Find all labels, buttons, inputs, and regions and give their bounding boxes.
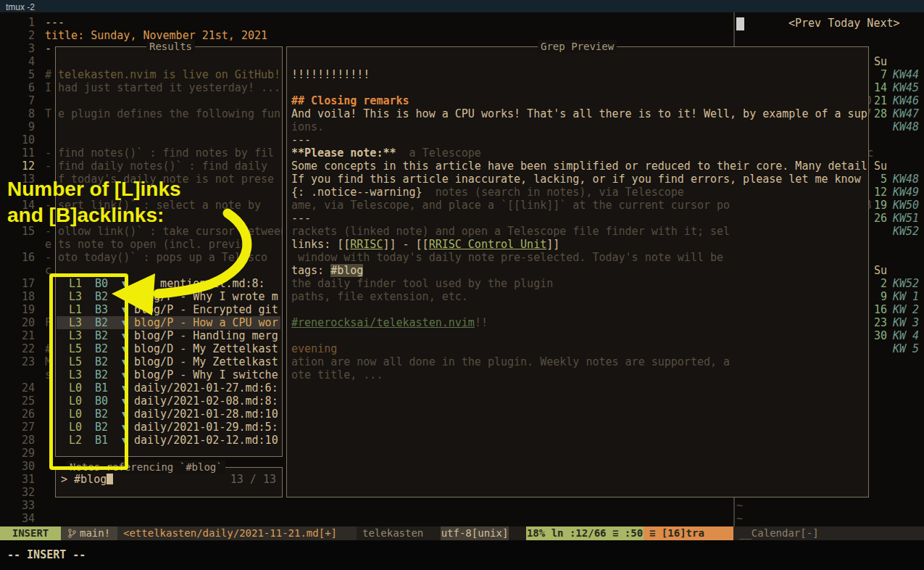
tmux-title-bar: tmux -2 xyxy=(0,0,924,12)
line-number: 28 xyxy=(10,434,35,447)
line-number: 27 xyxy=(10,421,35,434)
results-dim-line: telekasten.nvim is live on GitHub! xyxy=(58,68,280,81)
preview-segment: --- xyxy=(291,212,311,225)
line-number: 26 xyxy=(10,408,35,421)
result-text: blog/P - Handling merg xyxy=(134,329,278,342)
result-text: blog/P - Why I switche xyxy=(134,368,278,381)
diagnostics-badge: ≡ [16]tra xyxy=(644,526,733,540)
preview-segment: ation are now all done in the plugin. We… xyxy=(291,355,730,368)
line-number: 3 xyxy=(10,42,35,55)
annotation-line1: Number of [L]inks xyxy=(7,176,181,202)
result-text: i mention it.md:8: xyxy=(134,277,265,290)
line-number: 1 xyxy=(10,16,35,29)
buffer-edge-char: I xyxy=(45,81,51,94)
calendar-week-number: KW46 xyxy=(893,94,919,107)
line-number: 2 xyxy=(10,29,35,42)
buffer-edge-char: - xyxy=(45,251,51,264)
git-branch-icon xyxy=(68,529,76,538)
preview-segment: Some concepts in this article have been … xyxy=(291,160,867,173)
calendar-sunday-header[interactable]: Su xyxy=(867,160,887,173)
calendar-week-number: KW 5 xyxy=(893,342,919,355)
calendar-week-number: KW52 xyxy=(893,277,919,290)
calendar-sunday-header[interactable]: Su xyxy=(867,264,887,277)
line-number: 6 xyxy=(10,81,35,94)
preview-segment: window with today's daily note pre-selec… xyxy=(291,251,723,264)
calendar-sunday-date[interactable]: 16 xyxy=(867,303,887,316)
cursor-position: 18% ln :12/66 ≡ :50 xyxy=(526,526,644,540)
calendar-sunday-header[interactable]: Su xyxy=(867,55,887,68)
preview-segment: If you find this article inaccurate, lac… xyxy=(291,173,861,186)
calendar-nav[interactable]: <Prev Today Next> xyxy=(788,17,900,30)
result-text: daily/2021-02-08.md:8: xyxy=(134,395,278,408)
line-number: 10 xyxy=(10,133,35,146)
mode-indicator: INSERT xyxy=(0,526,61,540)
buffer-edge-char: - xyxy=(45,146,51,160)
calendar-sunday-date[interactable]: 14 xyxy=(867,81,887,94)
preview-segment: #blog xyxy=(330,264,363,277)
preview-segment: ]] - [[ xyxy=(383,238,428,251)
line-number: 32 xyxy=(10,486,35,499)
grep-preview-window: !!!!!!!!!!!!## Closing remarksAnd voila!… xyxy=(286,46,869,497)
line-number: 11 xyxy=(10,146,35,160)
preview-line: Some concepts in this article have been … xyxy=(291,160,867,173)
prompt-input[interactable]: > #blog xyxy=(61,473,107,486)
preview-segment: RRISC xyxy=(350,238,383,251)
preview-segment: ## Closing remarks xyxy=(291,94,409,107)
calendar-week-number: KW48 xyxy=(893,173,919,186)
preview-segment: ]] xyxy=(546,238,559,251)
calendar-week-number: KW 4 xyxy=(893,329,919,342)
git-branch: main! xyxy=(61,526,117,540)
calendar-sunday-date[interactable]: 28 xyxy=(867,107,887,120)
calendar-sunday-date[interactable]: 5 xyxy=(867,173,887,186)
preview-segment: links: [[ xyxy=(291,238,350,251)
line-number: 24 xyxy=(10,381,35,395)
preview-segment: ions. xyxy=(291,120,324,133)
result-text: daily/2021-02-12.md:10 xyxy=(134,434,278,447)
preview-line: #renerocksai/telekasten.nvim!! xyxy=(291,316,488,329)
calendar-week-number: KW48 xyxy=(893,120,919,133)
calendar-week-number: KW49 xyxy=(893,186,919,199)
preview-line: If you find this article inaccurate, lac… xyxy=(291,173,861,186)
calendar-sunday-date[interactable]: 7 xyxy=(867,68,887,81)
calendar-sunday-date[interactable]: 23 xyxy=(867,316,887,329)
line-number: 21 xyxy=(10,329,35,342)
line-number: 29 xyxy=(10,447,35,460)
calendar-sunday-date[interactable]: 9 xyxy=(867,290,887,303)
annotation-text: Number of [L]inks and [B]acklinks: xyxy=(7,176,181,228)
line-number: 20 xyxy=(10,316,35,329)
preview-segment: And voila! This is how a CPU works! That… xyxy=(291,107,867,120)
calendar-sunday-date[interactable]: 12 xyxy=(867,186,887,199)
calendar-sunday-date[interactable]: 19 xyxy=(867,199,887,212)
line-number: 25 xyxy=(10,395,35,408)
results-dim-line: had just started it yesterday! ... xyxy=(58,81,280,94)
line-number: 34 xyxy=(10,512,35,525)
results-dim-line: ts note to open (incl. previe xyxy=(58,238,248,251)
annotation-line2: and [B]acklinks: xyxy=(7,202,181,228)
preview-line: {: .notice--warning} notes (search in no… xyxy=(291,186,684,199)
calendar-sunday-date[interactable]: 26 xyxy=(867,212,887,225)
result-text: daily/2021-01-27.md:6: xyxy=(134,381,278,395)
prompt-line[interactable]: > #blog xyxy=(61,473,113,486)
calendar-week-number: KW45 xyxy=(893,81,919,94)
calendar-sunday-date[interactable]: 2 xyxy=(867,277,887,290)
results-dim-line: find notes()` : find notes by fil xyxy=(58,146,274,160)
calendar-week-number: KW 3 xyxy=(893,316,919,329)
branch-name: main! xyxy=(80,527,110,539)
result-text: blog/P - How a CPU wor xyxy=(134,316,278,329)
plugin-name: telekasten xyxy=(362,526,423,540)
calendar-statusline: __Calendar[-] xyxy=(733,526,924,540)
calendar-sunday-date[interactable]: 30 xyxy=(867,329,887,342)
tmux-title: tmux -2 xyxy=(6,1,35,14)
line-number: 31 xyxy=(10,473,35,486)
result-text: blog/D - My Zettelkast xyxy=(134,355,278,368)
line-number: 30 xyxy=(10,460,35,473)
calendar-sunday-date[interactable]: 21 xyxy=(867,94,887,107)
preview-segment: !! xyxy=(475,316,488,329)
buffer-edge-char: e xyxy=(45,238,51,251)
command-line: -- INSERT -- xyxy=(0,540,924,570)
buffer-edge-char: T xyxy=(45,107,51,120)
calendar-week-number: KW47 xyxy=(893,107,919,120)
preview-line: --- xyxy=(291,212,311,225)
results-window-title: Results xyxy=(146,40,195,53)
preview-segment: a Telescope xyxy=(396,146,481,160)
